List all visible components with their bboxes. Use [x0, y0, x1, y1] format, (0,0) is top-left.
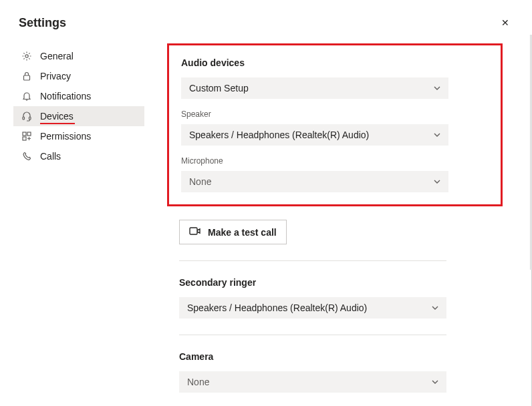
settings-sidebar: General Privacy Notifications Devices	[13, 38, 144, 393]
close-button[interactable]: ✕	[497, 16, 513, 29]
audio-devices-highlight: Audio devices Custom Setup Speaker Speak…	[167, 43, 503, 206]
svg-point-0	[25, 55, 28, 57]
secondary-ringer-value: Speakers / Headphones (Realtek(R) Audio)	[187, 302, 367, 313]
headset-icon	[21, 111, 32, 122]
bell-icon	[21, 91, 32, 102]
page-title: Settings	[19, 16, 66, 30]
microphone-select[interactable]: None	[181, 171, 448, 192]
sidebar-item-label: Calls	[40, 151, 61, 162]
speaker-select[interactable]: Speakers / Headphones (Realtek(R) Audio)	[181, 124, 448, 146]
secondary-ringer-select[interactable]: Speakers / Headphones (Realtek(R) Audio)	[179, 297, 446, 319]
gear-icon	[21, 51, 32, 61]
sidebar-item-permissions[interactable]: Permissions	[13, 126, 144, 146]
chevron-down-icon	[432, 130, 442, 140]
make-test-call-button[interactable]: Make a test call	[179, 220, 287, 244]
sidebar-item-label: General	[40, 51, 74, 61]
lock-icon	[21, 71, 32, 81]
svg-rect-7	[190, 228, 197, 234]
sidebar-item-calls[interactable]: Calls	[13, 146, 144, 166]
secondary-ringer-title: Secondary ringer	[179, 277, 503, 288]
camera-select[interactable]: None	[179, 371, 446, 393]
test-call-label: Make a test call	[208, 227, 277, 238]
audio-devices-title: Audio devices	[181, 57, 487, 68]
chevron-down-icon	[430, 303, 440, 313]
speaker-value: Speakers / Headphones (Realtek(R) Audio)	[189, 130, 369, 140]
svg-rect-3	[29, 117, 31, 120]
active-underline	[40, 123, 75, 124]
window-edge	[530, 35, 531, 270]
sidebar-item-label: Privacy	[40, 71, 71, 81]
camera-title: Camera	[179, 351, 503, 362]
microphone-label: Microphone	[181, 156, 487, 166]
svg-rect-5	[27, 132, 31, 136]
chevron-down-icon	[430, 377, 440, 387]
audio-device-value: Custom Setup	[189, 83, 249, 93]
divider	[179, 260, 446, 261]
sidebar-item-notifications[interactable]: Notifications	[13, 86, 144, 106]
chevron-down-icon	[432, 83, 442, 93]
svg-rect-6	[23, 137, 26, 140]
sidebar-item-devices[interactable]: Devices	[13, 106, 144, 126]
divider	[179, 335, 446, 335]
sidebar-item-label: Permissions	[40, 131, 91, 142]
test-call-icon	[189, 226, 201, 238]
svg-rect-4	[23, 132, 26, 136]
settings-main: Audio devices Custom Setup Speaker Speak…	[144, 38, 532, 393]
phone-icon	[21, 151, 32, 162]
chevron-down-icon	[432, 177, 442, 186]
sidebar-item-label: Devices	[40, 111, 74, 122]
svg-rect-2	[23, 117, 25, 120]
microphone-value: None	[189, 176, 211, 187]
sidebar-item-privacy[interactable]: Privacy	[13, 66, 144, 86]
sidebar-item-label: Notifications	[40, 91, 91, 102]
apps-icon	[21, 131, 32, 142]
camera-value: None	[187, 377, 209, 387]
audio-device-select[interactable]: Custom Setup	[181, 77, 448, 99]
speaker-label: Speaker	[181, 110, 487, 119]
svg-rect-1	[24, 75, 30, 80]
sidebar-item-general[interactable]: General	[13, 46, 144, 66]
